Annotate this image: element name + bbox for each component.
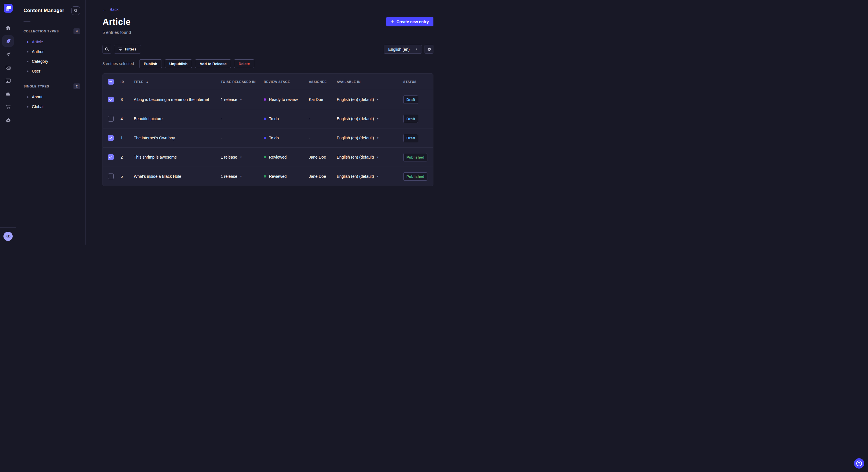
row-locale[interactable]: English (en) (default)▼ [337, 136, 403, 140]
filters-button[interactable]: Filters [114, 45, 141, 54]
section-count-badge: 2 [73, 83, 80, 89]
row-release[interactable]: 1 release▼ [221, 174, 264, 179]
content-type-builder-icon[interactable] [5, 77, 11, 84]
main-content: ← Back Article 5 entries found + Create … [86, 0, 450, 245]
delete-button[interactable]: Delete [234, 59, 254, 68]
publish-button[interactable]: Publish [139, 59, 162, 68]
row-locale[interactable]: English (en) (default)▼ [337, 116, 403, 121]
entries-table: ID TITLE▲ TO BE RELEASED IN REVIEW STAGE… [102, 73, 433, 186]
table-row[interactable]: 2 This shrimp is awesome 1 release▼ Revi… [103, 147, 433, 167]
sidebar-item-about[interactable]: About [24, 92, 85, 102]
section-label: COLLECTION TYPES [24, 30, 59, 33]
chevron-down-icon: ▼ [377, 117, 379, 120]
row-review-stage: To do [264, 136, 309, 140]
media-library-icon[interactable] [5, 64, 11, 71]
stage-dot-icon [264, 117, 266, 120]
sidebar-item-category[interactable]: Category [24, 57, 85, 66]
bullet-icon [27, 51, 28, 53]
sidebar-item-global[interactable]: Global [24, 102, 85, 111]
status-badge: Published [403, 172, 427, 181]
row-title: A bug is becoming a meme on the internet [134, 97, 221, 102]
releases-icon[interactable] [5, 51, 11, 58]
content-manager-icon[interactable] [2, 35, 14, 47]
page-title: Article [102, 17, 131, 27]
back-label: Back [110, 7, 119, 12]
create-button-label: Create new entry [396, 20, 429, 24]
row-locale[interactable]: English (en) (default)▼ [337, 174, 403, 179]
selected-count-text: 3 entries selected [102, 61, 134, 66]
chevron-down-icon: ▼ [240, 98, 242, 101]
filter-icon [118, 47, 122, 51]
chevron-down-icon: ▼ [415, 48, 417, 50]
row-checkbox[interactable] [108, 116, 114, 122]
column-header-title[interactable]: TITLE▲ [134, 80, 221, 83]
row-release[interactable]: 1 release▼ [221, 155, 264, 160]
chevron-down-icon: ▼ [377, 156, 379, 159]
column-header-id[interactable]: ID [121, 80, 134, 83]
sidebar-item-label: User [32, 69, 40, 73]
row-locale[interactable]: English (en) (default)▼ [337, 155, 403, 160]
sidebar-item-user[interactable]: User [24, 66, 85, 76]
status-badge: Draft [403, 115, 418, 123]
search-icon [74, 9, 78, 12]
add-to-release-button[interactable]: Add to Release [195, 59, 231, 68]
unpublish-button[interactable]: Unpublish [165, 59, 192, 68]
create-new-entry-button[interactable]: + Create new entry [386, 17, 433, 26]
row-id: 2 [121, 155, 134, 160]
sort-asc-icon: ▲ [146, 80, 149, 83]
main-nav-rail: KD [0, 0, 17, 245]
column-header-status[interactable]: STATUS [403, 80, 433, 83]
row-review-stage: Reviewed [264, 174, 309, 179]
home-icon[interactable] [5, 24, 11, 31]
row-id: 5 [121, 174, 134, 179]
row-checkbox[interactable] [108, 173, 114, 179]
cloud-icon[interactable] [5, 90, 11, 97]
row-assignee: Jane Doe [309, 155, 337, 160]
row-id: 1 [121, 136, 134, 140]
row-locale[interactable]: English (en) (default)▼ [337, 97, 403, 102]
column-header-available[interactable]: AVAILABLE IN [337, 80, 403, 83]
sidebar-search-button[interactable] [71, 6, 80, 15]
row-review-stage: Ready to review [264, 97, 309, 102]
table-row[interactable]: 4 Beautiful picture - To do - English (e… [103, 109, 433, 128]
back-link[interactable]: ← Back [102, 7, 119, 12]
chevron-down-icon: ▼ [377, 175, 379, 178]
row-release[interactable]: 1 release▼ [221, 97, 264, 102]
single-types-section: SINGLE TYPES 2 About Global [24, 83, 85, 111]
entries-count: 5 entries found [102, 30, 131, 35]
status-badge: Published [403, 153, 427, 162]
strapi-logo-icon [4, 4, 12, 12]
table-row[interactable]: 1 The internet's Own boy - To do - Engli… [103, 128, 433, 147]
view-settings-button[interactable] [425, 45, 433, 54]
sidebar-item-label: Global [32, 104, 43, 109]
row-title: The internet's Own boy [134, 136, 221, 140]
sidebar-item-article[interactable]: Article [24, 37, 85, 47]
table-row[interactable]: 3 A bug is becoming a meme on the intern… [103, 90, 433, 109]
column-header-assignee[interactable]: ASSIGNEE [309, 80, 337, 83]
row-checkbox[interactable] [108, 135, 114, 141]
user-avatar[interactable]: KD [3, 232, 12, 241]
plus-icon: + [391, 19, 394, 24]
row-checkbox[interactable] [108, 97, 114, 102]
column-header-stage[interactable]: REVIEW STAGE [264, 80, 309, 83]
row-assignee: - [309, 136, 337, 140]
sidebar-item-author[interactable]: Author [24, 47, 85, 57]
locale-select-value: English (en) [388, 47, 410, 52]
sidebar-item-label: Category [32, 59, 48, 64]
back-arrow-icon: ← [102, 7, 107, 12]
divider [24, 21, 30, 22]
search-icon [105, 47, 109, 51]
column-header-released[interactable]: TO BE RELEASED IN [221, 80, 264, 83]
strapi-logo[interactable] [0, 0, 17, 16]
settings-icon[interactable] [5, 117, 11, 124]
row-checkbox[interactable] [108, 154, 114, 160]
table-row[interactable]: 5 What's inside a Black Hole 1 release▼ … [103, 167, 433, 186]
row-title: This shrimp is awesome [134, 155, 221, 160]
locale-select[interactable]: English (en) ▼ [384, 45, 422, 54]
marketplace-icon[interactable] [5, 103, 11, 110]
gear-icon [427, 47, 431, 52]
select-all-checkbox[interactable] [108, 79, 114, 85]
row-assignee: - [309, 116, 337, 121]
search-button[interactable] [102, 45, 112, 54]
status-badge: Draft [403, 96, 418, 104]
